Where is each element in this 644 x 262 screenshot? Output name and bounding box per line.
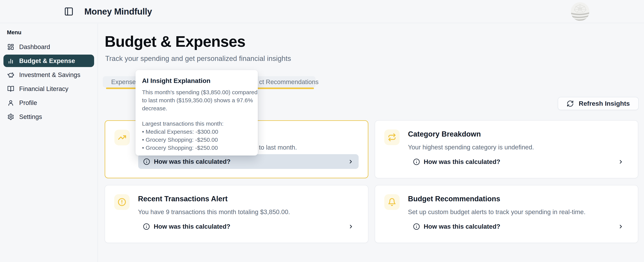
card-title: Budget Recommendations (408, 194, 629, 203)
chevron-right-icon (618, 224, 624, 230)
tooltip-line: decrease. (142, 104, 252, 112)
sidebar-section-label: Menu (7, 29, 98, 36)
card-description: You have 9 transactions this month total… (138, 208, 359, 216)
page-title: Budget & Expenses (105, 33, 245, 50)
how-calculated-button[interactable]: How was this calculated? (138, 154, 358, 169)
how-calculated-button[interactable]: How was this calculated? (138, 219, 359, 234)
card-title: Recent Transactions Alert (138, 194, 359, 203)
tooltip-line: This month's spending ($3,850.00) compar… (142, 88, 252, 96)
card-category-breakdown: Category Breakdown Your highest spending… (375, 120, 638, 178)
card-body: Budget Recommendations Set up custom bud… (408, 194, 629, 234)
how-calculated-label: How was this calculated? (154, 223, 230, 230)
sidebar-item-profile[interactable]: Profile (4, 96, 94, 109)
chevron-right-icon (348, 224, 354, 230)
info-icon (143, 223, 150, 230)
bar-chart-icon (7, 57, 14, 64)
how-calculated-label: How was this calculated? (424, 223, 500, 230)
sidebar-nav: Dashboard Budget & Expense Investment & … (0, 41, 98, 123)
app-header: Money Mindfully (0, 0, 644, 23)
info-icon (413, 158, 420, 165)
sidebar-item-budget-expense[interactable]: Budget & Expense (4, 55, 94, 67)
sidebar-item-financial-literacy[interactable]: Financial Literacy (4, 82, 94, 95)
card-recent-transactions-alert: Recent Transactions Alert You have 9 tra… (105, 185, 368, 243)
sidebar: Menu Dashboard Budget & Expense Investme… (0, 23, 98, 262)
refresh-insights-label: Refresh Insights (579, 100, 630, 107)
how-calculated-label: How was this calculated? (154, 158, 230, 165)
alert-circle-icon (118, 198, 126, 206)
chevron-right-icon (618, 159, 624, 165)
icon-tile (384, 194, 400, 210)
tooltip-bullet: • Grocery Shopping: -$250.00 (142, 144, 252, 152)
card-description: Your highest spending category is undefi… (408, 144, 629, 151)
sidebar-item-label: Financial Literacy (19, 85, 68, 92)
refresh-insights-button[interactable]: Refresh Insights (558, 97, 639, 110)
icon-tile (114, 194, 130, 210)
info-icon (143, 158, 150, 165)
repeat-icon (388, 133, 396, 142)
sidebar-item-settings[interactable]: Settings (4, 110, 94, 123)
chevron-right-icon (348, 159, 354, 165)
ai-insight-tooltip: AI Insight Explanation This month's spen… (136, 70, 258, 156)
sidebar-item-label: Dashboard (19, 43, 50, 50)
how-calculated-label: How was this calculated? (424, 158, 500, 166)
sidebar-toggle-button[interactable] (64, 7, 74, 16)
piggy-bank-icon (7, 71, 14, 78)
card-budget-recommendations: Budget Recommendations Set up custom bud… (375, 185, 638, 243)
sidebar-item-label: Profile (19, 99, 37, 106)
how-calculated-button[interactable]: How was this calculated? (408, 219, 629, 234)
card-body: Recent Transactions Alert You have 9 tra… (138, 194, 359, 234)
tooltip-body: This month's spending ($3,850.00) compar… (142, 88, 252, 152)
sidebar-item-dashboard[interactable]: Dashboard (4, 41, 94, 53)
how-calculated-button[interactable]: How was this calculated? (408, 154, 629, 169)
tooltip-line: to last month ($159,350.00) shows a 97.6… (142, 96, 252, 104)
card-title: Category Breakdown (408, 129, 629, 139)
info-icon (413, 223, 420, 230)
sidebar-item-label: Settings (19, 113, 42, 120)
card-body: Category Breakdown Your highest spending… (408, 129, 629, 169)
book-open-icon (7, 85, 14, 92)
page-subtitle: Track your spending and get personalized… (105, 55, 291, 63)
gear-icon (7, 113, 14, 120)
tooltip-title: AI Insight Explanation (142, 77, 252, 84)
main-content: Budget & Expenses Track your spending an… (98, 23, 644, 262)
user-icon (7, 99, 14, 106)
trending-up-icon (118, 133, 126, 142)
sidebar-item-label: Investment & Savings (19, 71, 80, 78)
tooltip-transactions-heading: Largest transactions this month: (142, 120, 252, 128)
card-description: Set up custom budget alerts to track you… (408, 208, 629, 216)
tab-product-recommendations[interactable]: ct Recommendations (259, 78, 318, 86)
dashboard-grid-icon (7, 43, 14, 50)
sidebar-item-investment-savings[interactable]: Investment & Savings (4, 69, 94, 81)
icon-tile (114, 130, 130, 145)
app-title: Money Mindfully (84, 6, 152, 17)
panel-left-icon (64, 7, 74, 16)
sidebar-item-label: Budget & Expense (19, 57, 75, 64)
bell-icon (388, 198, 396, 206)
icon-tile (384, 129, 400, 145)
refresh-icon (566, 100, 574, 107)
avatar-image (571, 2, 590, 21)
tooltip-bullet: • Grocery Shopping: -$250.00 (142, 136, 252, 144)
tooltip-bullet: • Medical Expenses: -$300.00 (142, 128, 252, 136)
avatar[interactable] (571, 2, 590, 21)
